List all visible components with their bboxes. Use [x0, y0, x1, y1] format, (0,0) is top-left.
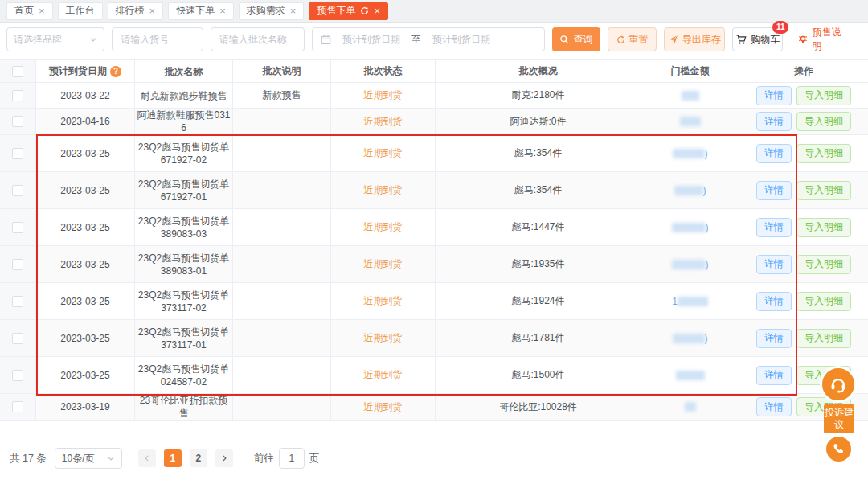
tab-label: 工作台: [66, 4, 95, 18]
detail-button[interactable]: 详情: [756, 292, 792, 311]
row-checkbox[interactable]: [12, 370, 23, 381]
detail-button[interactable]: 详情: [756, 255, 792, 274]
amount-suffix: ): [705, 148, 708, 159]
amount-prefix: 1: [672, 296, 678, 307]
row-checkbox[interactable]: [12, 148, 23, 159]
presale-note-link[interactable]: 预售说明: [797, 26, 850, 53]
row-checkbox[interactable]: [12, 259, 23, 270]
col-header-name: 批次名称: [135, 60, 233, 82]
cell-status: 近期到货: [364, 183, 403, 197]
cell-amount: [641, 394, 739, 420]
cell-amount: ): [641, 209, 739, 245]
complaint-suggestion-button[interactable]: 投诉建议: [824, 404, 854, 433]
cell-date: 2023-03-19: [36, 394, 135, 420]
amount-suffix: ): [705, 333, 708, 344]
reset-button[interactable]: 重置: [608, 27, 657, 51]
tab-presale-order[interactable]: 预售下单 ×: [309, 2, 388, 20]
cell-desc: 新款预售: [233, 83, 331, 108]
search-button[interactable]: 查询: [552, 27, 600, 51]
tab-home[interactable]: 首页×: [6, 2, 53, 20]
date-end-field[interactable]: [428, 34, 495, 45]
goto-page-input[interactable]: [279, 448, 305, 469]
detail-button[interactable]: 详情: [756, 112, 792, 131]
import-detail-button[interactable]: 导入明细: [796, 218, 851, 237]
cell-date: 2023-03-25: [36, 172, 135, 208]
close-icon[interactable]: ×: [290, 6, 297, 16]
import-detail-button[interactable]: 导入明细: [796, 112, 851, 131]
close-icon[interactable]: ×: [149, 6, 156, 16]
import-detail-button[interactable]: 导入明细: [796, 144, 851, 163]
detail-button[interactable]: 详情: [756, 86, 792, 105]
detail-button[interactable]: 详情: [756, 397, 792, 416]
col-header-overview: 批次概况: [436, 60, 641, 82]
row-checkbox[interactable]: [12, 90, 23, 101]
row-checkbox[interactable]: [12, 401, 23, 412]
cell-overview: 彪马:1935件: [436, 246, 641, 282]
tab-bar: 首页× 工作台 排行榜× 快速下单× 求购需求× 预售下单 ×: [0, 0, 868, 23]
cell-overview: 彪马:1500件: [436, 357, 641, 393]
detail-button[interactable]: 详情: [756, 144, 792, 163]
close-icon[interactable]: ×: [39, 6, 45, 16]
select-all-checkbox[interactable]: [12, 66, 23, 77]
cell-status: 近期到货: [364, 220, 403, 234]
tab-workbench[interactable]: 工作台: [58, 2, 103, 20]
table-row: 2023-03-22 耐克新款跑步鞋预售 新款预售 近期到货 耐克:2180件 …: [0, 83, 868, 109]
row-checkbox[interactable]: [12, 333, 23, 344]
close-icon[interactable]: ×: [374, 6, 380, 16]
cell-name: 阿迪新款鞋服预售0316: [135, 109, 233, 134]
table-row: 2023-03-25 23Q2彪马预售切货单389083-03 近期到货 彪马:…: [0, 209, 868, 246]
brand-select[interactable]: 请选择品牌: [6, 27, 104, 51]
pagination: 共 17 条 10条/页 1 2 前往 页: [10, 448, 868, 469]
import-detail-button[interactable]: 导入明细: [796, 255, 851, 274]
page-size-select[interactable]: 10条/页: [55, 448, 122, 469]
close-icon[interactable]: ×: [219, 6, 226, 16]
cart-button[interactable]: 购物车 11: [732, 27, 784, 51]
row-checkbox[interactable]: [12, 296, 23, 307]
batch-name-field[interactable]: [219, 34, 296, 45]
phone-contact-button[interactable]: [826, 437, 851, 462]
detail-button[interactable]: 详情: [756, 181, 792, 200]
send-icon: [669, 35, 678, 44]
import-detail-button[interactable]: 导入明细: [796, 181, 851, 200]
cell-date: 2023-03-25: [36, 209, 135, 245]
row-checkbox[interactable]: [12, 116, 23, 127]
export-stock-button-label: 导出库存: [682, 33, 721, 47]
import-detail-button[interactable]: 导入明细: [796, 329, 851, 348]
help-icon[interactable]: ?: [110, 66, 121, 77]
page-button-2[interactable]: 2: [190, 449, 207, 467]
table-row: 2023-03-25 23Q2彪马预售切货单024587-02 近期到货 彪马:…: [0, 357, 868, 394]
tab-purchase-demand[interactable]: 求购需求×: [239, 2, 305, 20]
table-row: 2023-03-25 23Q2彪马预售切货单373117-01 近期到货 彪马:…: [0, 320, 868, 357]
cell-overview: 彪马:354件: [436, 135, 641, 171]
tab-quick-order[interactable]: 快速下单×: [168, 2, 234, 20]
masked-amount: [680, 117, 701, 126]
export-stock-button[interactable]: 导出库存: [664, 27, 725, 51]
row-checkbox[interactable]: [12, 185, 23, 196]
cell-date: 2023-03-25: [36, 320, 135, 356]
tab-label: 首页: [14, 4, 34, 18]
table-row: 2023-03-25 23Q2彪马预售切货单389083-01 近期到货 彪马:…: [0, 246, 868, 283]
customer-service-button[interactable]: [820, 366, 857, 403]
detail-button[interactable]: 详情: [756, 329, 792, 348]
goto-label: 前往: [254, 452, 274, 466]
date-range-picker[interactable]: 至: [312, 27, 545, 51]
tab-ranking[interactable]: 排行榜×: [108, 2, 164, 20]
row-checkbox[interactable]: [12, 222, 23, 233]
masked-amount: [672, 223, 706, 232]
date-to-label: 至: [411, 33, 421, 47]
refresh-icon[interactable]: [360, 6, 369, 15]
table-row: 2023-03-25 23Q2彪马预售切货单671927-01 近期到货 彪马:…: [0, 172, 868, 209]
item-no-field[interactable]: [121, 34, 194, 45]
next-page-button[interactable]: [215, 449, 233, 467]
page-button-1[interactable]: 1: [164, 449, 182, 467]
import-detail-button[interactable]: 导入明细: [796, 292, 851, 311]
prev-page-button[interactable]: [138, 449, 156, 467]
detail-button[interactable]: 详情: [756, 218, 792, 237]
detail-button[interactable]: 详情: [756, 366, 792, 385]
total-count: 共 17 条: [10, 452, 47, 466]
cell-name: 23Q2彪马预售切货单389083-03: [135, 209, 233, 245]
import-detail-button[interactable]: 导入明细: [796, 86, 851, 105]
date-start-field[interactable]: [338, 34, 405, 45]
page-size-label: 10条/页: [62, 452, 95, 466]
cell-date: 2023-03-25: [36, 283, 135, 319]
